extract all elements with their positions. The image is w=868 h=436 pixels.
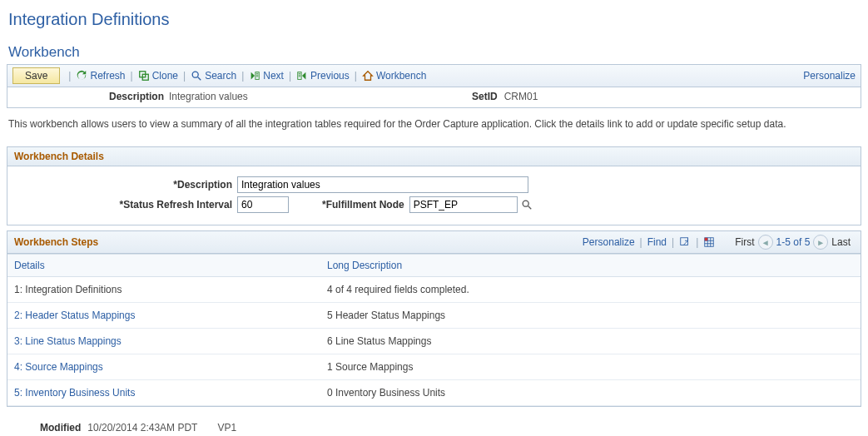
search-icon xyxy=(191,70,205,82)
steps-table: Details Long Description 1: Integration … xyxy=(7,254,861,406)
description-label: Description xyxy=(14,91,164,102)
step-link[interactable]: 2: Header Status Mappings xyxy=(14,310,135,321)
personalize-link[interactable]: Personalize xyxy=(803,70,856,82)
fulfillment-node-input[interactable] xyxy=(409,196,518,213)
save-button[interactable]: Save xyxy=(12,67,60,84)
separator: | xyxy=(68,70,71,82)
modified-label: Modified xyxy=(40,422,81,434)
modified-user: VP1 xyxy=(217,422,236,434)
zoom-icon[interactable] xyxy=(679,236,691,248)
svg-marker-4 xyxy=(251,72,255,80)
footer: Modified 10/20/2014 2:43AM PDT VP1 xyxy=(40,422,861,434)
workbench-button[interactable]: Workbench xyxy=(362,70,426,82)
description-input[interactable] xyxy=(237,176,528,193)
prev-page-icon[interactable]: ◄ xyxy=(758,235,773,250)
section-title: Workbench xyxy=(8,44,861,61)
interval-input[interactable] xyxy=(237,196,289,213)
lookup-icon[interactable] xyxy=(521,199,533,211)
col-details: Details xyxy=(7,255,320,277)
separator: | xyxy=(241,70,244,82)
workbench-details-title: Workbench Details xyxy=(7,147,861,166)
next-page-icon[interactable]: ► xyxy=(813,235,828,250)
nav-range: 1-5 of 5 xyxy=(776,236,811,248)
grid-icon[interactable] xyxy=(703,236,715,248)
setid-value: CRM01 xyxy=(504,91,538,102)
next-icon xyxy=(249,70,263,82)
svg-point-2 xyxy=(192,72,198,77)
step-link[interactable]: 3: Line Status Mappings xyxy=(14,335,122,347)
step-desc: 5 Header Status Mappings xyxy=(320,303,861,329)
table-row: 2: Header Status Mappings5 Header Status… xyxy=(7,303,861,329)
interval-field-label: *Status Refresh Interval xyxy=(16,199,232,211)
modified-value: 10/20/2014 2:43AM PDT xyxy=(87,422,197,434)
next-button[interactable]: Next xyxy=(249,70,284,82)
clone-icon xyxy=(138,70,152,82)
previous-icon xyxy=(296,70,310,82)
svg-rect-22 xyxy=(705,238,708,241)
step-link[interactable]: 5: Inventory Business Units xyxy=(14,387,135,399)
page-title: Integration Definitions xyxy=(8,10,861,29)
previous-label: Previous xyxy=(310,70,350,82)
workbench-label: Workbench xyxy=(376,70,426,82)
workbench-steps-group: Workbench Steps Personalize | Find | | F… xyxy=(7,230,861,407)
workbench-steps-title: Workbench Steps xyxy=(14,236,98,248)
svg-marker-9 xyxy=(302,72,305,80)
refresh-button[interactable]: Refresh xyxy=(76,70,125,82)
nav-first[interactable]: First xyxy=(735,236,754,248)
info-row: Description Integration values SetID CRM… xyxy=(7,87,861,108)
svg-line-15 xyxy=(528,206,531,210)
refresh-label: Refresh xyxy=(90,70,125,82)
steps-find-link[interactable]: Find xyxy=(647,236,667,248)
table-row: 4: Source Mappings1 Source Mappings xyxy=(7,354,861,380)
toolbar: Save | Refresh | Clone | Search | xyxy=(7,64,861,87)
step-desc: 6 Line Status Mappings xyxy=(320,329,861,354)
description-value: Integration values xyxy=(169,91,248,102)
desc-field-label: *Description xyxy=(16,179,232,191)
clone-label: Clone xyxy=(152,70,178,82)
step-link[interactable]: 4: Source Mappings xyxy=(14,361,103,373)
previous-button[interactable]: Previous xyxy=(296,70,350,82)
node-field-label: *Fulfillment Node xyxy=(322,199,404,211)
separator: | xyxy=(183,70,186,82)
step-desc: 4 of 4 required fields completed. xyxy=(320,277,861,303)
search-button[interactable]: Search xyxy=(191,70,236,82)
separator: | xyxy=(131,70,133,82)
clone-button[interactable]: Clone xyxy=(138,70,178,82)
separator: | xyxy=(289,70,291,82)
step-desc: 1 Source Mappings xyxy=(320,354,861,380)
instructions-text: This workbench allows users to view a su… xyxy=(8,118,860,130)
setid-label: SetID xyxy=(472,91,498,102)
home-icon xyxy=(362,70,376,82)
col-long-desc: Long Description xyxy=(320,255,861,277)
table-row: 3: Line Status Mappings6 Line Status Map… xyxy=(7,329,861,354)
search-label: Search xyxy=(205,70,236,82)
step-text: 1: Integration Definitions xyxy=(7,277,320,303)
svg-point-14 xyxy=(523,201,528,206)
workbench-details-group: Workbench Details *Description *Status R… xyxy=(7,146,861,225)
separator: | xyxy=(355,70,357,82)
refresh-icon xyxy=(76,70,90,82)
nav-last[interactable]: Last xyxy=(831,236,851,248)
table-row: 5: Inventory Business Units0 Inventory B… xyxy=(7,380,861,406)
table-row: 1: Integration Definitions4 of 4 require… xyxy=(7,277,861,303)
svg-line-3 xyxy=(198,77,201,81)
steps-personalize-link[interactable]: Personalize xyxy=(583,236,635,248)
next-label: Next xyxy=(263,70,284,82)
step-desc: 0 Inventory Business Units xyxy=(320,380,861,406)
